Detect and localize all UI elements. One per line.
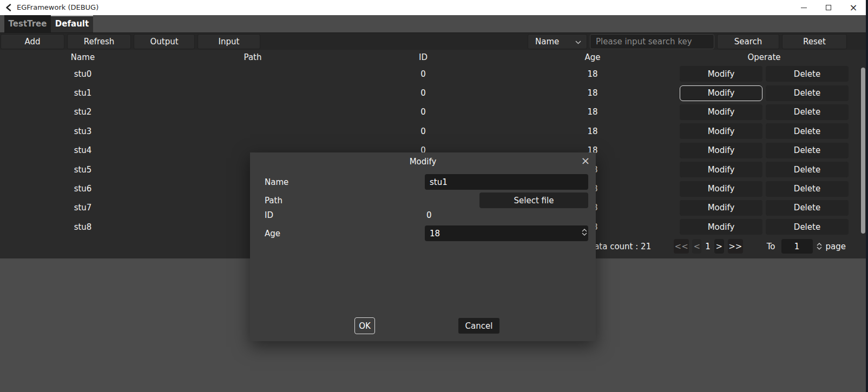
table-header: Name Path ID Age Operate [0,50,866,64]
cell-operate: Modify Delete [679,198,850,217]
input-button[interactable]: Input [198,34,260,49]
maximize-icon [826,5,831,10]
cell-operate: Modify Delete [679,103,850,122]
cell-id: 0 [340,122,507,141]
cell-age: 18 [507,103,679,122]
column-header-path: Path [166,50,340,64]
name-field[interactable] [425,174,588,190]
select-file-button[interactable]: Select file [479,192,588,208]
cell-name: stu8 [0,217,166,236]
delete-button[interactable]: Delete [766,162,849,177]
cell-name: stu6 [0,179,166,198]
first-page-button[interactable]: << [674,239,689,254]
cell-operate: Modify Delete [679,122,850,141]
current-page-label: 1 [705,242,711,251]
cell-path [166,103,340,122]
cell-age: 18 [507,64,679,83]
ok-button[interactable]: OK [354,317,375,334]
search-field-select[interactable]: Name [528,34,587,49]
cell-id: 0 [340,64,507,83]
to-label: To [767,242,775,251]
page-spinner[interactable] [817,243,822,250]
column-header-operate: Operate [679,50,850,64]
tab-testtree[interactable]: TestTree [4,15,51,32]
spinner-up-icon [582,229,587,232]
app-back-icon [5,4,12,11]
page-label: page [826,242,846,251]
dialog-title: Modify [250,157,596,167]
column-header-name: Name [0,50,166,64]
maximize-button[interactable] [816,0,841,15]
delete-button[interactable]: Delete [766,181,849,197]
search-button[interactable]: Search [717,34,779,49]
modify-button[interactable]: Modify [680,143,762,158]
cell-name: stu3 [0,122,166,141]
minimize-button[interactable] [791,0,816,15]
spinner-up-icon [817,243,822,246]
table-row: stu2 0 18 Modify Delete [0,103,866,122]
cell-operate: Modify Delete [679,160,850,179]
modify-button[interactable]: Modify [680,123,762,139]
add-button[interactable]: Add [1,34,64,49]
cell-operate: Modify Delete [679,64,850,83]
modify-button[interactable]: Modify [680,162,762,177]
modify-button[interactable]: Modify [680,66,762,82]
cell-operate: Modify Delete [679,141,850,160]
search-input[interactable] [590,34,714,49]
dialog-close-button[interactable]: × [580,155,591,167]
output-button[interactable]: Output [134,34,195,49]
window-controls: × [791,0,866,15]
table-row: stu3 0 18 Modify Delete [0,122,866,141]
prev-page-button[interactable]: < [692,239,701,254]
spinner-down-icon [582,232,587,236]
path-label: Path [265,192,282,208]
close-button[interactable]: × [841,0,866,15]
delete-button[interactable]: Delete [766,104,849,120]
cell-operate: Modify Delete [679,83,850,102]
cell-id: 0 [340,83,507,102]
search-field-selected: Name [535,37,559,46]
page-number-input[interactable] [781,239,813,254]
column-header-id: ID [340,50,507,64]
delete-button[interactable]: Delete [766,85,849,101]
close-icon: × [581,155,590,166]
vertical-scrollbar[interactable] [861,68,865,234]
spinner-down-icon [817,247,822,250]
name-label: Name [265,174,288,190]
age-field[interactable] [425,225,588,241]
modify-button-focused[interactable]: Modify [680,85,762,101]
refresh-button[interactable]: Refresh [67,34,131,49]
app-window: EGFramework (DEBUG) × TestTree Default A… [0,0,868,392]
cell-operate: Modify Delete [679,217,850,236]
tab-default[interactable]: Default [51,15,93,32]
desktop-edge [866,0,868,392]
reset-button[interactable]: Reset [782,34,847,49]
cell-name: stu4 [0,141,166,160]
pagination-bar: Data count : 21 << < 1 > >> To page [588,239,846,254]
data-count-label: Data count : 21 [588,242,652,251]
delete-button[interactable]: Delete [766,66,849,82]
delete-button[interactable]: Delete [766,123,849,139]
modify-button[interactable]: Modify [680,200,762,216]
cell-operate: Modify Delete [679,179,850,198]
cell-age: 18 [507,83,679,102]
modify-button[interactable]: Modify [680,219,762,235]
next-page-button[interactable]: > [714,239,724,254]
modify-button[interactable]: Modify [680,181,762,197]
cell-name: stu7 [0,198,166,217]
delete-button[interactable]: Delete [766,143,849,158]
cancel-button[interactable]: Cancel [458,318,499,334]
modify-button[interactable]: Modify [680,104,762,120]
cell-name: stu0 [0,64,166,83]
cell-path [166,122,340,141]
age-spinner[interactable] [582,229,587,236]
table-row: stu1 0 18 Modify Delete [0,83,866,102]
delete-button[interactable]: Delete [766,200,849,216]
delete-button[interactable]: Delete [766,219,849,235]
cell-name: stu1 [0,83,166,102]
id-value: 0 [426,209,432,222]
column-header-age: Age [507,50,679,64]
cell-id: 0 [340,103,507,122]
cell-name: stu5 [0,160,166,179]
last-page-button[interactable]: >> [728,239,743,254]
